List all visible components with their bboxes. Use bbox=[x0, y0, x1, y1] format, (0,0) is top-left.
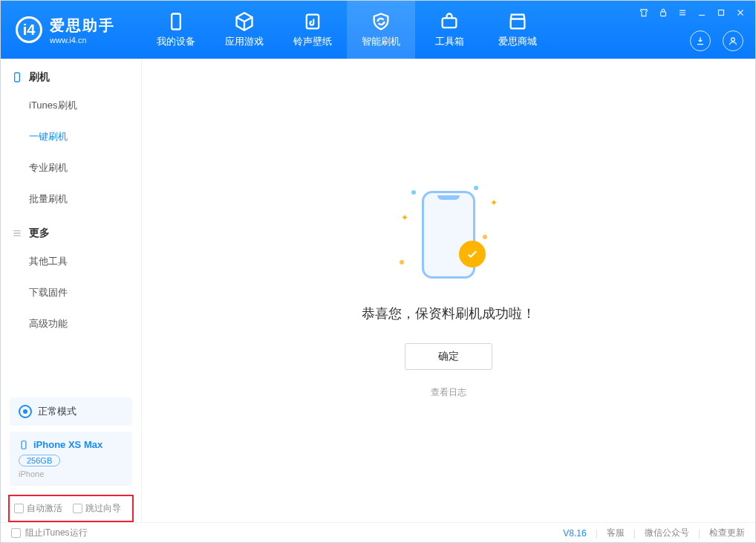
tab-ringtones[interactable]: 铃声壁纸 bbox=[278, 1, 347, 59]
tab-label: 我的设备 bbox=[157, 35, 195, 48]
success-illustration: ✦ ✦ bbox=[397, 183, 501, 287]
tab-toolbox[interactable]: 工具箱 bbox=[415, 1, 483, 59]
mode-label: 正常模式 bbox=[38, 405, 76, 418]
sidebar-item-itunes-flash[interactable]: iTunes刷机 bbox=[1, 90, 141, 121]
refresh-shield-icon bbox=[371, 11, 391, 32]
device-sub: iPhone bbox=[19, 469, 123, 478]
sidebar: 刷机 iTunes刷机 一键刷机 专业刷机 批量刷机 更多 其他工具 下载固件 … bbox=[1, 59, 142, 522]
maximize-icon[interactable] bbox=[715, 7, 727, 19]
sidebar-group-label: 更多 bbox=[29, 227, 50, 240]
header: i4 爱思助手 www.i4.cn 我的设备 应用游戏 铃声壁纸 智能刷机 工具… bbox=[1, 1, 755, 59]
support-link[interactable]: 客服 bbox=[607, 527, 625, 539]
cube-icon bbox=[234, 11, 255, 32]
svg-point-6 bbox=[731, 38, 735, 42]
tab-label: 智能刷机 bbox=[362, 35, 400, 48]
list-icon bbox=[11, 227, 23, 239]
phone-small-icon bbox=[11, 71, 23, 83]
tab-flash[interactable]: 智能刷机 bbox=[347, 1, 415, 59]
user-icon[interactable] bbox=[723, 30, 743, 51]
device-capacity: 256GB bbox=[19, 455, 60, 466]
store-icon bbox=[507, 11, 528, 32]
phone-icon bbox=[166, 11, 186, 32]
svg-rect-2 bbox=[443, 18, 457, 27]
svg-rect-5 bbox=[719, 10, 724, 16]
sidebar-item-other-tools[interactable]: 其他工具 bbox=[1, 246, 141, 277]
checkbox-auto-activate[interactable]: 自动激活 bbox=[14, 502, 62, 515]
tab-label: 应用游戏 bbox=[225, 35, 264, 48]
sidebar-group-more: 更多 bbox=[1, 215, 141, 246]
logo-url: www.i4.cn bbox=[50, 36, 115, 45]
minimize-icon[interactable] bbox=[696, 7, 708, 19]
sidebar-item-advanced[interactable]: 高级功能 bbox=[1, 308, 141, 339]
svg-rect-8 bbox=[22, 440, 26, 449]
sidebar-item-oneclick-flash[interactable]: 一键刷机 bbox=[1, 121, 141, 152]
checkmark-badge-icon bbox=[459, 241, 486, 267]
sidebar-item-pro-flash[interactable]: 专业刷机 bbox=[1, 152, 141, 183]
tab-store[interactable]: 爱思商城 bbox=[483, 1, 552, 59]
lock-icon[interactable] bbox=[657, 7, 669, 19]
toolbox-icon bbox=[439, 11, 460, 32]
logo-icon: i4 bbox=[16, 16, 42, 43]
options-row: 自动激活 跳过向导 bbox=[8, 495, 134, 522]
close-icon[interactable] bbox=[734, 7, 746, 19]
tshirt-icon[interactable] bbox=[638, 7, 650, 19]
wechat-link[interactable]: 微信公众号 bbox=[645, 527, 689, 539]
checkbox-skip-guide[interactable]: 跳过向导 bbox=[73, 502, 121, 515]
success-message: 恭喜您，保资料刷机成功啦！ bbox=[362, 305, 535, 322]
sidebar-item-batch-flash[interactable]: 批量刷机 bbox=[1, 183, 141, 215]
music-icon bbox=[302, 11, 323, 32]
svg-rect-3 bbox=[511, 19, 525, 29]
menu-icon[interactable] bbox=[677, 7, 688, 19]
tabs: 我的设备 应用游戏 铃声壁纸 智能刷机 工具箱 爱思商城 bbox=[142, 1, 552, 59]
mode-box[interactable]: 正常模式 bbox=[10, 397, 132, 426]
logo: i4 爱思助手 www.i4.cn bbox=[1, 16, 142, 45]
logo-text: 爱思助手 www.i4.cn bbox=[50, 16, 115, 45]
tab-label: 铃声壁纸 bbox=[293, 35, 332, 48]
ok-button[interactable]: 确定 bbox=[405, 343, 492, 370]
device-box[interactable]: iPhone XS Max 256GB iPhone bbox=[10, 432, 132, 486]
body: 刷机 iTunes刷机 一键刷机 专业刷机 批量刷机 更多 其他工具 下载固件 … bbox=[1, 59, 755, 522]
tab-label: 爱思商城 bbox=[498, 35, 537, 48]
header-actions bbox=[690, 30, 743, 51]
main-panel: ✦ ✦ 恭喜您，保资料刷机成功啦！ 确定 查看日志 bbox=[142, 59, 755, 522]
download-icon[interactable] bbox=[690, 30, 711, 51]
check-update-link[interactable]: 检查更新 bbox=[709, 527, 745, 539]
footer: 阻止iTunes运行 V8.16 | 客服 | 微信公众号 | 检查更新 bbox=[1, 522, 755, 543]
version-label: V8.16 bbox=[563, 528, 586, 539]
view-log-link[interactable]: 查看日志 bbox=[431, 386, 466, 399]
device-name: iPhone XS Max bbox=[19, 439, 123, 450]
sidebar-group-label: 刷机 bbox=[29, 71, 50, 84]
tab-apps[interactable]: 应用游戏 bbox=[210, 1, 278, 59]
sidebar-item-download-fw[interactable]: 下载固件 bbox=[1, 277, 141, 308]
sidebar-group-flash: 刷机 bbox=[1, 59, 141, 90]
tab-my-device[interactable]: 我的设备 bbox=[142, 1, 210, 59]
checkbox-block-itunes[interactable]: 阻止iTunes运行 bbox=[11, 527, 88, 539]
logo-cn: 爱思助手 bbox=[50, 16, 115, 36]
window-controls bbox=[638, 7, 746, 19]
svg-rect-7 bbox=[15, 73, 20, 82]
svg-rect-0 bbox=[172, 14, 180, 30]
mode-icon bbox=[19, 405, 32, 418]
svg-rect-4 bbox=[661, 12, 666, 16]
tab-label: 工具箱 bbox=[435, 35, 464, 48]
